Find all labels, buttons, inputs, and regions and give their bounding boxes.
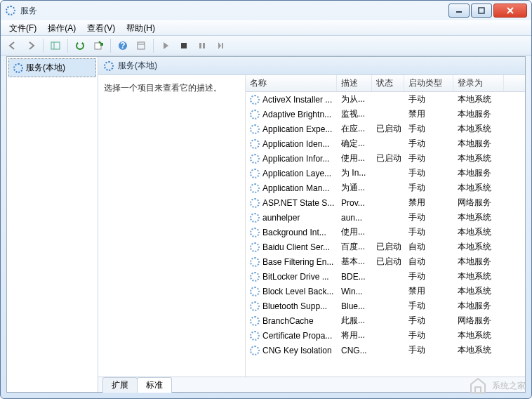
show-hide-icon[interactable]	[48, 38, 63, 53]
cell-logon: 本地系统	[453, 122, 504, 136]
cell-startup: 手动	[404, 166, 453, 181]
table-row[interactable]: Bluetooth Supp...Blue...手动本地服务	[246, 299, 525, 313]
table-row[interactable]: BitLocker Drive ...BDE...手动本地系统	[246, 269, 525, 284]
table-row[interactable]: Application Iden...确定...手动本地服务	[246, 136, 525, 151]
forward-icon[interactable]	[23, 38, 39, 53]
cell-name: Application Laye...	[246, 167, 337, 180]
menu-view[interactable]: 查看(V)	[81, 21, 121, 36]
table-row[interactable]: Certificate Propa...将用...手动本地系统	[246, 328, 525, 343]
cell-status	[372, 187, 404, 190]
cell-logon: 网络服务	[453, 313, 504, 328]
cell-status: 已启动	[372, 254, 404, 269]
cell-name: Baidu Client Ser...	[246, 241, 337, 254]
export-icon[interactable]	[91, 38, 106, 53]
tab-standard[interactable]: 标准	[137, 377, 172, 393]
menu-help[interactable]: 帮助(H)	[121, 21, 161, 36]
col-desc[interactable]: 描述	[337, 75, 372, 91]
cell-logon: 本地服务	[453, 107, 504, 122]
maximize-button[interactable]	[471, 4, 492, 18]
restart-icon[interactable]	[213, 38, 228, 53]
tab-extended[interactable]: 扩展	[102, 377, 138, 393]
cell-desc: 为 In...	[337, 166, 372, 181]
table-row[interactable]: Adaptive Brightn...监视...禁用本地服务	[246, 107, 525, 122]
table-row[interactable]: Background Int...使用...手动本地系统	[246, 225, 525, 240]
cell-desc: Prov...	[337, 197, 372, 209]
service-icon	[250, 272, 260, 282]
cell-name: Base Filtering En...	[246, 256, 337, 268]
app-icon	[5, 5, 16, 16]
svg-line-2	[507, 8, 513, 13]
service-list[interactable]: ActiveX Installer ...为从...手动本地系统Adaptive…	[246, 92, 525, 377]
cell-status	[372, 143, 404, 145]
minimize-button[interactable]	[448, 4, 470, 18]
service-icon	[250, 154, 260, 164]
table-row[interactable]: CNG Key IsolationCNG...手动本地系统	[246, 343, 525, 358]
col-startup[interactable]: 启动类型	[404, 75, 453, 91]
cell-logon: 网络服务	[453, 195, 504, 210]
menu-action[interactable]: 操作(A)	[42, 21, 81, 36]
cell-startup: 手动	[404, 136, 453, 151]
cell-startup: 手动	[404, 210, 453, 225]
cell-status	[372, 216, 404, 219]
cell-status: 已启动	[372, 240, 404, 254]
service-icon	[250, 169, 260, 178]
close-button[interactable]	[493, 4, 527, 18]
table-row[interactable]: Block Level Back...Win...禁用本地系统	[246, 284, 525, 299]
pause-icon[interactable]	[194, 38, 210, 53]
cell-name: BitLocker Drive ...	[246, 270, 337, 283]
service-icon	[250, 242, 260, 252]
cell-status	[372, 113, 404, 116]
table-row[interactable]: Application Laye...为 In...手动本地服务	[246, 166, 525, 181]
cell-name: Block Level Back...	[246, 285, 337, 298]
table-row[interactable]: ASP.NET State S...Prov...禁用网络服务	[246, 195, 525, 210]
cell-status	[372, 290, 404, 293]
cell-desc: 基本...	[337, 254, 372, 269]
cell-status: 已启动	[372, 122, 404, 136]
table-row[interactable]: Application Infor...使用...已启动手动本地系统	[246, 151, 525, 166]
stop-icon[interactable]	[176, 38, 192, 53]
cell-logon: 本地系统	[453, 225, 504, 240]
service-icon	[250, 331, 260, 341]
cell-status: 已启动	[372, 151, 404, 166]
right-pane: 服务(本地) 选择一个项目来查看它的描述。 名称 描述 状态 启动类型 登录为 …	[98, 57, 525, 392]
svg-line-3	[507, 8, 513, 13]
cell-startup: 手动	[404, 299, 453, 313]
col-logon[interactable]: 登录为	[453, 75, 504, 91]
list-pane: 名称 描述 状态 启动类型 登录为 ActiveX Installer ...为…	[246, 75, 525, 377]
back-icon[interactable]	[5, 38, 20, 53]
cell-status	[372, 172, 404, 175]
table-row[interactable]: Application Man...为通...手动本地系统	[246, 181, 525, 195]
cell-status	[372, 334, 404, 337]
table-row[interactable]: Baidu Client Ser...百度...已启动自动本地系统	[246, 240, 525, 254]
tree-root-services-local[interactable]: 服务(本地)	[8, 58, 96, 77]
cell-desc: 监视...	[337, 107, 372, 122]
cell-startup: 手动	[404, 313, 453, 328]
table-row[interactable]: Base Filtering En...基本...已启动自动本地服务	[246, 254, 525, 269]
col-name[interactable]: 名称	[246, 75, 337, 91]
col-status[interactable]: 状态	[372, 75, 404, 91]
help-icon[interactable]: ?	[115, 38, 131, 53]
cell-name: ActiveX Installer ...	[246, 93, 337, 106]
table-row[interactable]: BranchCache此服...手动网络服务	[246, 313, 525, 328]
column-header: 名称 描述 状态 启动类型 登录为	[246, 75, 525, 92]
cell-desc: 此服...	[337, 313, 372, 328]
svg-rect-10	[138, 42, 145, 49]
description-pane: 选择一个项目来查看它的描述。	[98, 75, 246, 377]
cell-logon: 本地系统	[453, 181, 504, 195]
separator	[43, 39, 44, 53]
table-row[interactable]: Application Expe...在应...已启动手动本地系统	[246, 122, 525, 136]
separator	[67, 39, 68, 53]
start-icon[interactable]	[158, 38, 173, 53]
titlebar[interactable]: 服务	[1, 1, 531, 20]
table-row[interactable]: ActiveX Installer ...为从...手动本地系统	[246, 92, 525, 107]
cell-desc: 确定...	[337, 136, 372, 151]
bottom-tabs: 扩展 标准	[98, 377, 525, 392]
cell-name: Application Expe...	[246, 123, 337, 136]
tree-pane: 服务(本地)	[7, 57, 98, 392]
cell-status	[372, 305, 404, 308]
refresh-icon[interactable]	[72, 38, 88, 53]
properties-icon[interactable]	[133, 38, 149, 53]
toolbar: ?	[1, 36, 531, 55]
table-row[interactable]: aunhelperaun...手动本地系统	[246, 210, 525, 225]
menu-file[interactable]: 文件(F)	[4, 21, 42, 36]
